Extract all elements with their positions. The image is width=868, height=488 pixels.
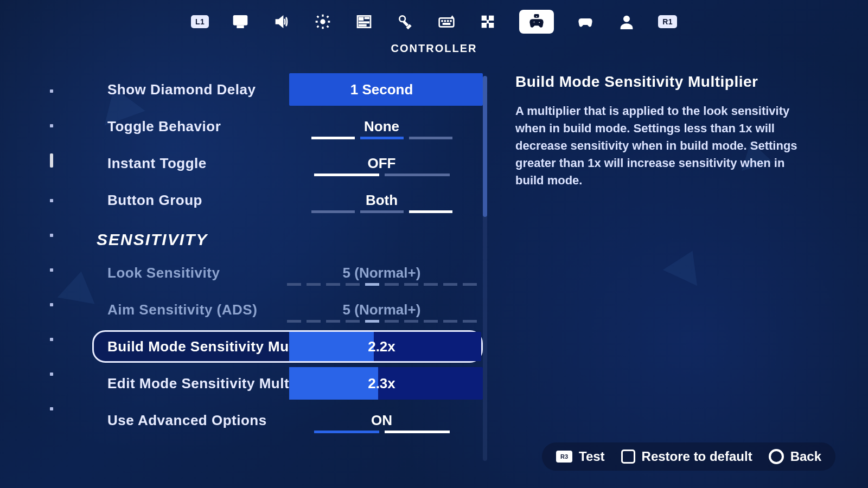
svg-rect-1: [238, 26, 244, 28]
svg-rect-17: [482, 23, 487, 28]
setting-label: Build Mode Sensitivity Multipl: [107, 338, 289, 355]
svg-point-21: [536, 16, 538, 17]
svg-rect-24: [534, 21, 535, 23]
tab-audio-icon[interactable]: [272, 12, 291, 31]
setting-edit-mode-sensitivity[interactable]: Edit Mode Sensitivity Multipli 2.3x: [92, 367, 483, 400]
tab-display-icon[interactable]: [231, 12, 250, 31]
setting-look-sensitivity[interactable]: Look Sensitivity 5 (Normal+): [92, 256, 483, 289]
svg-point-22: [539, 22, 540, 23]
setting-value: 2.3x: [368, 375, 395, 392]
svg-point-10: [442, 20, 443, 22]
setting-label: Toggle Behavior: [107, 118, 289, 135]
svg-rect-15: [482, 16, 487, 20]
footer-label: Back: [790, 449, 821, 464]
setting-value: Both: [366, 192, 398, 209]
circle-button-icon: [769, 449, 784, 464]
tab-controller-layout-icon[interactable]: [478, 12, 497, 31]
setting-instant-toggle[interactable]: Instant Toggle OFF: [92, 147, 483, 179]
bumper-left-icon: L1: [191, 15, 209, 28]
svg-point-2: [321, 20, 325, 24]
svg-point-12: [448, 20, 449, 22]
footer-actions: R3 Test Restore to default Back: [542, 442, 835, 471]
setting-label: Edit Mode Sensitivity Multipli: [107, 375, 289, 392]
settings-list: Show Diamond Delay 1 Second Toggle Behav…: [92, 73, 483, 441]
section-header-sensitivity: SENSITIVITY: [92, 221, 483, 256]
back-button[interactable]: Back: [769, 449, 821, 464]
setting-use-advanced-options[interactable]: Use Advanced Options ON: [92, 404, 483, 436]
svg-point-8: [400, 16, 406, 22]
svg-rect-19: [487, 20, 489, 23]
setting-value: OFF: [368, 155, 396, 172]
footer-label: Restore to default: [642, 449, 752, 464]
svg-rect-18: [489, 23, 494, 28]
footer-label: Test: [579, 449, 605, 464]
setting-value: 5 (Normal+): [343, 301, 421, 318]
setting-value: 2.2x: [368, 338, 395, 355]
setting-value: 5 (Normal+): [343, 265, 421, 281]
tab-touch-icon[interactable]: [395, 12, 415, 31]
setting-label: Show Diamond Delay: [107, 81, 289, 98]
active-tab-label: CONTROLLER: [0, 42, 868, 55]
tab-controller-icon[interactable]: [519, 10, 554, 34]
svg-rect-6: [359, 22, 369, 23]
tab-keyboard-icon[interactable]: [437, 12, 456, 31]
tab-account-icon[interactable]: [617, 12, 636, 31]
tab-hud-icon[interactable]: [354, 12, 374, 31]
test-button[interactable]: R3 Test: [556, 449, 605, 464]
settings-scrollbar[interactable]: [483, 76, 487, 461]
setting-description: Build Mode Sensitivity Multiplier A mult…: [515, 73, 814, 189]
svg-rect-16: [489, 16, 494, 20]
setting-label: Button Group: [107, 192, 289, 209]
setting-value: None: [364, 118, 399, 135]
tab-gamepad-icon[interactable]: [576, 12, 595, 31]
svg-point-25: [624, 16, 630, 22]
tab-graphics-icon[interactable]: [313, 12, 333, 31]
setting-label: Instant Toggle: [107, 155, 289, 172]
svg-rect-0: [234, 16, 247, 24]
setting-label: Look Sensitivity: [107, 265, 289, 281]
setting-show-diamond-delay[interactable]: Show Diamond Delay 1 Second: [92, 73, 483, 106]
svg-rect-9: [439, 18, 454, 27]
square-button-icon: [621, 450, 635, 464]
description-title: Build Mode Sensitivity Multiplier: [515, 73, 814, 91]
setting-value: 1 Second: [350, 81, 413, 98]
setting-label: Aim Sensitivity (ADS): [107, 301, 289, 318]
setting-button-group[interactable]: Button Group Both: [92, 184, 483, 216]
restore-default-button[interactable]: Restore to default: [621, 449, 752, 464]
settings-tab-bar: L1 R1: [0, 10, 868, 34]
svg-rect-7: [359, 24, 366, 26]
setting-build-mode-sensitivity[interactable]: Build Mode Sensitivity Multipl 2.2x: [92, 330, 483, 363]
svg-point-13: [450, 20, 452, 22]
svg-rect-14: [443, 23, 450, 25]
setting-label: Use Advanced Options: [107, 412, 289, 429]
svg-point-11: [444, 20, 446, 22]
r3-key-icon: R3: [556, 451, 572, 463]
svg-rect-5: [365, 17, 369, 19]
svg-rect-4: [359, 17, 363, 20]
setting-toggle-behavior[interactable]: Toggle Behavior None: [92, 110, 483, 143]
description-body: A multiplier that is applied to the look…: [515, 102, 814, 189]
bumper-right-icon: R1: [658, 15, 677, 28]
scrollbar-thumb[interactable]: [483, 76, 487, 217]
setting-aim-sensitivity[interactable]: Aim Sensitivity (ADS) 5 (Normal+): [92, 293, 483, 326]
section-rail: [50, 89, 53, 410]
setting-value: ON: [371, 412, 392, 429]
section-rail-active: [50, 153, 53, 168]
